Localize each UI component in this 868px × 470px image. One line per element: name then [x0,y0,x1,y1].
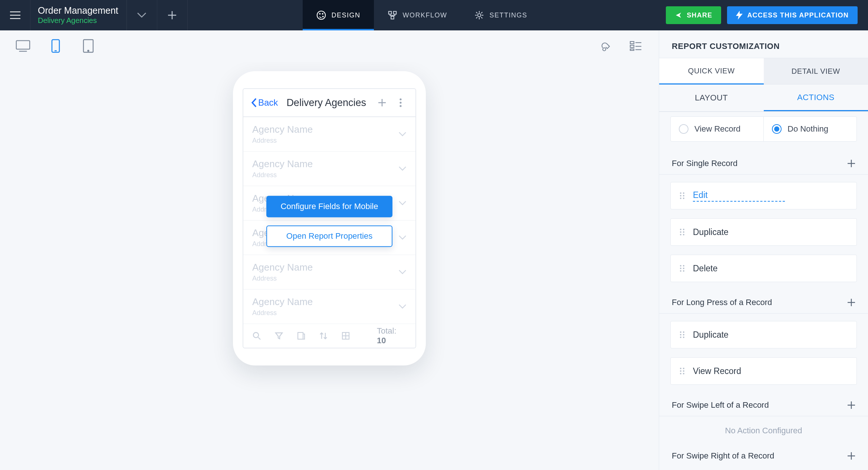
add-action-button[interactable] [847,452,855,460]
drag-handle-icon[interactable] [680,367,685,375]
back-label: Back [258,97,278,108]
radio-view-record[interactable]: View Record [671,117,763,141]
tab-workflow[interactable]: WORKFLOW [374,0,461,30]
svg-rect-11 [391,16,394,19]
tab-settings-label: SETTINGS [490,11,527,19]
configure-fields-button[interactable]: Configure Fields for Mobile [266,196,392,217]
tab-design[interactable]: DESIGN [303,0,374,30]
add-action-button[interactable] [847,159,855,168]
screen-header: Back Delivery Agencies [243,89,415,117]
open-report-properties-button[interactable]: Open Report Properties [266,225,392,247]
action-card-delete[interactable]: Delete [670,255,857,282]
empty-actions: No Action Configured [659,424,868,444]
share-button[interactable]: SHARE [666,6,721,24]
menu-button[interactable] [0,0,30,30]
svg-point-62 [683,334,684,335]
bolt-icon [736,11,743,20]
filter-icon[interactable] [274,331,283,340]
tab-quick-view[interactable]: QUICK VIEW [659,58,764,85]
sort-icon[interactable] [319,331,328,340]
radio-do-nothing[interactable]: Do Nothing [763,117,857,141]
new-button[interactable] [157,0,188,30]
workflow-icon [387,10,398,20]
svg-point-44 [683,198,684,199]
group-swipe-right: For Swipe Right of a Record [659,444,868,464]
top-bar: Order Management Delivery Agencies DESIG… [0,0,868,30]
side-panel: REPORT CUSTOMIZATION QUICK VIEW DETAIL V… [659,30,868,470]
svg-point-50 [683,234,684,235]
drag-handle-icon[interactable] [680,228,685,236]
app-title: Order Management [38,6,118,16]
svg-rect-20 [630,42,634,44]
group-single-record: For Single Record [659,152,868,172]
tab-settings[interactable]: SETTINGS [461,0,541,30]
sub-tab-layout[interactable]: LAYOUT [659,85,764,111]
drag-handle-icon[interactable] [680,331,685,338]
workspace: Back Delivery Agencies Agency NameAddres… [0,30,868,470]
add-action-button[interactable] [847,401,855,409]
add-action-button[interactable] [847,298,855,307]
svg-rect-33 [298,332,303,339]
layout-config-icon[interactable] [628,39,643,53]
drag-handle-icon[interactable] [680,265,685,272]
tab-detail-view[interactable]: DETAIL VIEW [764,58,868,85]
chevron-down-icon [398,235,407,240]
screen-title: Delivery Agencies [282,97,371,109]
access-app-button[interactable]: ACCESS THIS APPLICATION [727,6,858,24]
radio-icon [772,124,782,134]
search-icon[interactable] [252,331,261,340]
total-count: Total: 10 [377,326,407,345]
action-card-duplicate[interactable]: Duplicate [670,218,857,246]
chevron-left-icon [251,97,257,108]
svg-point-64 [683,337,684,338]
list-item[interactable]: Agency NameAddress [243,152,415,186]
svg-point-69 [680,373,681,374]
share-icon [675,11,682,19]
tab-workflow-label: WORKFLOW [403,11,447,19]
sub-tabs: LAYOUT ACTIONS [659,85,868,112]
svg-point-43 [680,198,681,199]
action-card-duplicate-2[interactable]: Duplicate [670,321,857,348]
svg-point-47 [680,231,681,233]
svg-point-31 [253,332,259,338]
svg-point-61 [680,334,681,335]
svg-rect-21 [630,45,634,47]
more-icon[interactable] [393,95,408,110]
view-icon[interactable] [341,331,350,340]
action-card-edit[interactable]: Edit [670,182,857,209]
theme-icon[interactable] [599,39,614,53]
add-record-button[interactable] [375,95,389,110]
app-switcher[interactable] [127,0,157,30]
list-item[interactable]: Agency NameAddress [243,289,415,324]
settings-icon [474,10,484,20]
device-phone[interactable] [48,39,63,53]
svg-point-30 [400,105,401,107]
svg-point-55 [680,270,681,272]
radio-icon [679,124,688,134]
panel-scroll[interactable]: View Record Do Nothing For Single Record… [659,112,868,470]
drag-handle-icon[interactable] [680,192,685,199]
svg-point-46 [683,229,684,230]
svg-rect-13 [16,41,30,49]
svg-point-49 [680,234,681,235]
svg-point-45 [680,229,681,230]
sub-tab-actions[interactable]: ACTIONS [764,85,868,111]
chevron-down-icon [398,304,407,309]
chevron-down-icon [398,166,407,171]
device-desktop[interactable] [16,39,30,53]
svg-point-70 [683,373,684,374]
action-card-view-record[interactable]: View Record [670,357,857,385]
design-icon [316,10,326,20]
svg-point-56 [683,270,684,272]
svg-point-12 [477,14,480,17]
list-item[interactable]: Agency NameAddress [243,255,415,289]
list-item[interactable]: Agency NameAddress [243,117,415,152]
overlay-popover: Configure Fields for Mobile Open Report … [266,196,392,247]
svg-point-41 [680,195,681,196]
back-button[interactable]: Back [251,97,278,108]
group-icon[interactable] [297,331,306,340]
svg-point-67 [680,370,681,372]
list-footer: Total: 10 [243,324,415,348]
phone-mock: Back Delivery Agencies Agency NameAddres… [233,71,426,365]
device-tablet[interactable] [81,39,96,53]
